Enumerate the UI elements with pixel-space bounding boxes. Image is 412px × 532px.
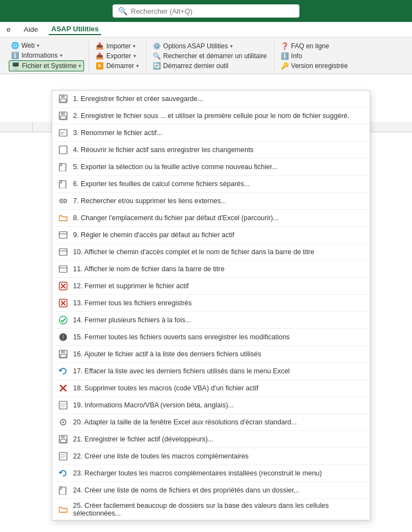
fichier-arrow-icon: ▾ (79, 63, 81, 69)
svg-rect-16 (59, 266, 67, 272)
demarrez-icon: 🔄 (153, 62, 161, 70)
dropdown-item-text-4: 4. Réouvrir le fichier actif sans enregi… (73, 146, 364, 154)
dropdown-item-2[interactable]: 2. Enregistrer le fichier sous ... et ut… (52, 108, 370, 125)
dropdown-menu: 1. Enregistrer fichier et créer sauvegar… (52, 90, 370, 520)
dropdown-item-17[interactable]: 17. Effacer la liste avec les derniers f… (52, 363, 370, 380)
dropdown-item-icon-14 (58, 315, 69, 326)
svg-rect-12 (59, 232, 67, 238)
dropdown-item-3[interactable]: 3. Renommer le fichier actif... (52, 125, 370, 142)
dropdown-item-7[interactable]: 7. Rechercher et/ou supprimer les liens … (52, 193, 370, 210)
ribbon-btn-demarrez[interactable]: 🔄 Démarrez dernier outil (151, 61, 269, 71)
dropdown-item-25[interactable]: 25. Créer facilement beaucoup de dossier… (52, 499, 370, 520)
dropdown-item-icon-24 (58, 485, 69, 496)
dropdown-item-text-5: 5. Exporter la sélection ou la feuille a… (73, 163, 364, 171)
dropdown-item-icon-8 (58, 212, 69, 223)
web-arrow-icon: ▾ (37, 43, 40, 48)
fichier-icon: 🖥️ (12, 62, 20, 70)
svg-rect-40 (60, 439, 66, 443)
dropdown-item-icon-1 (58, 93, 69, 104)
dropdown-item-21[interactable]: 21. Enregistrer le fichier actif (dévelo… (52, 431, 370, 448)
search-bar: 🔍 (0, 0, 412, 22)
ribbon-btn-faq[interactable]: ❓ FAQ en ligne (279, 41, 350, 51)
demarrer-arrow-icon: ▾ (136, 63, 139, 69)
ribbon-group-right: ❓ FAQ en ligne ℹ️ Info 🔑 Version enregis… (274, 40, 354, 72)
ribbon-btn-version[interactable]: 🔑 Version enregistrée (279, 61, 350, 71)
svg-point-24 (59, 316, 67, 324)
demarrer-icon: ▶️ (96, 62, 104, 70)
faq-icon: ❓ (281, 42, 289, 50)
dropdown-item-22[interactable]: 22. Créer une liste de toutes les macros… (52, 448, 370, 465)
exporter-arrow-icon: ▾ (133, 53, 136, 59)
search-input-wrap[interactable]: 🔍 (113, 4, 299, 18)
dropdown-item-icon-2 (58, 110, 69, 121)
dropdown-item-23[interactable]: 23. Recharger toutes les macros compléme… (52, 465, 370, 482)
menu-item-aide[interactable]: Aide (21, 24, 40, 35)
menu-item-asap[interactable]: ASAP Utilities (49, 24, 101, 35)
dropdown-item-8[interactable]: 8. Changer l'emplacement du fichier par … (52, 210, 370, 227)
dropdown-item-text-9: 9. Régler le chemin d'accès par défaut a… (73, 231, 364, 239)
ribbon-btn-rechercher[interactable]: 🔍 Rechercher et démarrer un utilitaire (151, 51, 269, 61)
ribbon-btn-importer[interactable]: 📥 Importer ▾ (93, 41, 141, 51)
exporter-icon: 📤 (96, 52, 104, 60)
svg-rect-28 (61, 350, 65, 353)
options-icon: ⚙️ (153, 42, 161, 50)
ribbon-row: 🌐 Web ▾ ℹ️ Informations ▾ 🖥️ Fichier et … (4, 40, 408, 74)
ribbon-btn-web[interactable]: 🌐 Web ▾ (9, 41, 84, 51)
search-input[interactable] (131, 7, 294, 15)
dropdown-item-text-22: 22. Créer une liste de toutes les macros… (73, 452, 364, 460)
info2-icon: ℹ️ (281, 52, 289, 60)
version-icon: 🔑 (281, 62, 289, 70)
dropdown-item-13[interactable]: 13. Fermer tous les fichiers enregistrés (52, 295, 370, 312)
dropdown-item-6[interactable]: 6. Exporter les feuilles de calcul comme… (52, 176, 370, 193)
dropdown-item-icon-23 (58, 468, 69, 479)
dropdown-item-9[interactable]: 9. Régler le chemin d'accès par défaut a… (52, 227, 370, 244)
dropdown-item-18[interactable]: 18. Supprimer toutes les macros (code VB… (52, 380, 370, 397)
dropdown-item-icon-4 (58, 144, 69, 155)
dropdown-item-19[interactable]: 19. Informations Macro/VBA (version bèta… (52, 397, 370, 414)
dropdown-item-4[interactable]: 4. Réouvrir le fichier actif sans enregi… (52, 142, 370, 159)
ribbon-btn-options[interactable]: ⚙️ Options ASAP Utilities ▾ (151, 41, 269, 51)
svg-point-37 (63, 422, 64, 423)
dropdown-item-icon-20 (58, 417, 69, 428)
dropdown-item-text-19: 19. Informations Macro/VBA (version bèta… (73, 401, 364, 409)
menu-item-e[interactable]: e (4, 24, 13, 35)
dropdown-item-icon-13 (58, 298, 69, 309)
dropdown-item-icon-21 (58, 434, 69, 445)
ribbon-group-web: 🌐 Web ▾ ℹ️ Informations ▾ 🖥️ Fichier et … (4, 40, 89, 72)
dropdown-item-icon-16 (58, 349, 69, 360)
dropdown-item-24[interactable]: 24. Créer une liste de noms de fichiers … (52, 482, 370, 499)
dropdown-item-text-10: 10. Afficher le chemin d'accès complet e… (73, 248, 364, 256)
ribbon-btn-fichier[interactable]: 🖥️ Fichier et Système ▾ (9, 60, 84, 71)
ribbon-btn-informations[interactable]: ℹ️ Informations ▾ (9, 51, 84, 60)
svg-rect-14 (59, 249, 67, 255)
svg-rect-5 (60, 116, 66, 119)
dropdown-item-text-21: 21. Enregistrer le fichier actif (dévelo… (73, 435, 364, 443)
dropdown-item-14[interactable]: 14. Fermer plusieurs fichiers à la fois.… (52, 312, 370, 329)
dropdown-item-icon-11 (58, 264, 69, 275)
col-header-a (0, 122, 33, 132)
options-arrow-icon: ▾ (230, 43, 233, 49)
dropdown-item-12[interactable]: 12. Fermer et supprimer le fichier actif (52, 278, 370, 295)
dropdown-item-10[interactable]: 10. Afficher le chemin d'accès complet e… (52, 244, 370, 261)
dropdown-item-5[interactable]: 5. Exporter la sélection ou la feuille a… (52, 159, 370, 176)
dropdown-item-15[interactable]: !15. Fermer toutes les fichiers ouverts … (52, 329, 370, 346)
dropdown-item-1[interactable]: 1. Enregistrer fichier et créer sauvegar… (52, 91, 370, 108)
ribbon-group-import: 📥 Importer ▾ 📤 Exporter ▾ ▶️ Démarrer ▾ (89, 40, 146, 72)
web-icon: 🌐 (11, 42, 19, 49)
search-icon: 🔍 (118, 7, 127, 15)
dropdown-item-20[interactable]: 20. Adapter la taille de la fenêtre Exce… (52, 414, 370, 431)
menu-bar: e Aide ASAP Utilities (0, 22, 412, 37)
ribbon-btn-info[interactable]: ℹ️ Info (279, 51, 350, 61)
dropdown-item-icon-7 (58, 195, 69, 206)
info-icon: ℹ️ (11, 52, 19, 59)
dropdown-item-icon-25 (58, 504, 69, 515)
dropdown-item-text-23: 23. Recharger toutes les macros compléme… (73, 469, 364, 477)
dropdown-item-11[interactable]: 11. Afficher le nom de fichier dans la b… (52, 261, 370, 278)
dropdown-item-16[interactable]: 16. Ajouter le fichier actif à la liste … (52, 346, 370, 363)
dropdown-item-icon-5 (58, 161, 69, 172)
dropdown-item-text-2: 2. Enregistrer le fichier sous ... et ut… (73, 112, 364, 120)
dropdown-item-icon-17 (58, 366, 69, 377)
dropdown-item-icon-9 (58, 229, 69, 240)
ribbon-btn-demarrer[interactable]: ▶️ Démarrer ▾ (93, 61, 141, 71)
ribbon-btn-exporter[interactable]: 📤 Exporter ▾ (93, 51, 141, 61)
